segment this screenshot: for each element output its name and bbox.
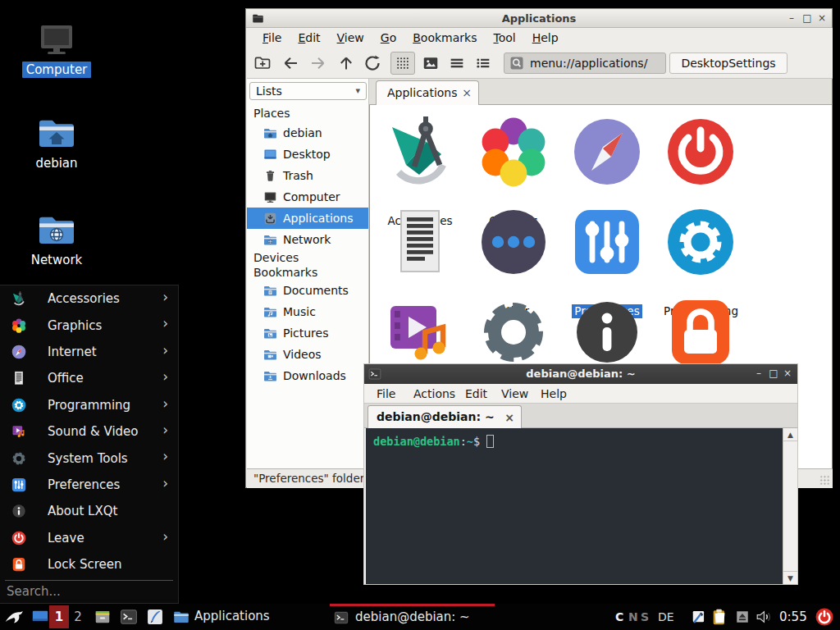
maximize-button[interactable]: □ xyxy=(800,9,815,28)
menu-help[interactable]: Help xyxy=(527,30,564,46)
keyboard-layout-button[interactable]: DE xyxy=(658,604,674,630)
menu-item-preferences[interactable]: Preferences › xyxy=(0,472,178,498)
window-titlebar[interactable]: debian@debian: ~ – □ × xyxy=(364,364,797,384)
menu-file[interactable]: File xyxy=(257,30,287,46)
desktop-icon-debian[interactable]: debian xyxy=(25,113,89,171)
compact-view-button[interactable] xyxy=(445,52,469,75)
sidebar-item-trash[interactable]: Trash xyxy=(247,165,368,186)
app-item-office[interactable]: Office xyxy=(381,199,459,285)
workspace-1-button[interactable]: 1 xyxy=(49,605,69,628)
menu-item-system-tools[interactable]: System Tools › xyxy=(0,445,178,471)
menu-item-office[interactable]: Office › xyxy=(0,365,178,391)
reload-button[interactable] xyxy=(363,53,382,73)
clock[interactable]: 0:55 xyxy=(779,604,807,630)
terminal-launcher[interactable] xyxy=(120,608,138,626)
sidebar-item-downloads[interactable]: Downloads xyxy=(247,365,368,386)
desktop-icon-network[interactable]: Network xyxy=(25,210,89,268)
desktopsettings-folder-button[interactable]: DesktopSettings xyxy=(669,52,788,74)
sidebar-item-network[interactable]: Network xyxy=(247,229,368,250)
address-bar[interactable]: menu://applications/ xyxy=(504,52,666,74)
thumbnail-view-button[interactable] xyxy=(418,52,443,75)
menu-view[interactable]: View xyxy=(331,30,370,46)
back-button[interactable] xyxy=(281,53,300,73)
terminal-screen[interactable]: debian@debian:~$ xyxy=(366,428,783,584)
workspace-2-button[interactable]: 2 xyxy=(69,605,87,628)
menu-item-internet[interactable]: Internet › xyxy=(0,339,178,365)
icon-view-button[interactable] xyxy=(390,52,415,75)
sidebar-item-desktop[interactable]: Desktop xyxy=(247,144,368,165)
close-button[interactable]: × xyxy=(780,364,795,384)
text-editor-launcher[interactable] xyxy=(146,608,164,626)
task-button-terminal[interactable]: debian@debian: ~ xyxy=(330,604,495,630)
scrollbar[interactable]: ▲ ▼ xyxy=(783,428,797,584)
task-button-applications[interactable]: Applications xyxy=(169,604,326,630)
menu-file[interactable]: File xyxy=(377,384,395,404)
sidebar-item-label: Music xyxy=(283,305,316,318)
window-titlebar[interactable]: Applications – □ × xyxy=(246,9,832,28)
menu-actions[interactable]: Actions xyxy=(413,384,455,404)
menu-item-leave[interactable]: Leave › xyxy=(0,525,178,551)
sidebar-item-pictures[interactable]: Pictures xyxy=(247,322,368,344)
app-item-accessories[interactable]: Accessories xyxy=(381,108,459,195)
menu-item-accessories[interactable]: Accessories › xyxy=(0,285,178,312)
menu-bookmarks[interactable]: Bookmarks xyxy=(407,30,482,46)
scroll-up-icon[interactable]: ▲ xyxy=(783,428,797,441)
app-menu-button[interactable] xyxy=(3,606,25,628)
sidebar-item-videos[interactable]: Videos xyxy=(247,344,368,365)
sidebar-item-applications[interactable]: Applications xyxy=(247,208,368,229)
scroll-down-icon[interactable]: ▼ xyxy=(783,571,797,584)
sidebar-item-music[interactable]: Music xyxy=(247,301,368,322)
up-button[interactable] xyxy=(336,53,356,73)
sidebar-item-documents[interactable]: Documents xyxy=(247,280,368,301)
app-item-internet[interactable]: Internet xyxy=(568,108,646,195)
menu-item-about-lxqt[interactable]: About LXQt xyxy=(0,498,178,524)
app-item-leave[interactable]: Leave xyxy=(661,108,740,195)
submenu-arrow-icon: › xyxy=(162,395,168,412)
app-item-preferences[interactable]: Preferences xyxy=(568,199,646,285)
menu-help[interactable]: Help xyxy=(541,384,567,404)
tab-close-icon[interactable]: × xyxy=(462,81,472,104)
trash-icon xyxy=(263,169,277,183)
file-manager-launcher[interactable] xyxy=(94,608,112,626)
menu-item-lock-screen[interactable]: Lock Screen xyxy=(0,551,178,578)
volume-tray-icon[interactable] xyxy=(755,608,773,626)
resize-grip[interactable] xyxy=(819,475,830,486)
menu-item-sound-video[interactable]: Sound & Video › xyxy=(0,418,178,445)
menu-go[interactable]: Go xyxy=(375,30,402,46)
menu-item-graphics[interactable]: Graphics › xyxy=(0,312,178,338)
forward-button[interactable] xyxy=(308,53,328,73)
detailed-view-button[interactable] xyxy=(471,52,495,75)
maximize-button[interactable]: □ xyxy=(766,364,781,384)
screenshot-tray-icon[interactable] xyxy=(690,609,706,625)
tab-close-icon[interactable]: × xyxy=(504,406,514,429)
clipboard-tray-icon[interactable] xyxy=(710,608,728,626)
minimize-button[interactable]: – xyxy=(751,364,766,384)
minimize-button[interactable]: – xyxy=(784,9,799,28)
tab-terminal[interactable]: debian@debian: ~ × xyxy=(368,405,522,428)
menu-item-programming[interactable]: Programming › xyxy=(0,392,178,418)
desktop-icon-computer[interactable]: Computer xyxy=(25,20,89,78)
menu-tool[interactable]: Tool xyxy=(487,30,521,46)
submenu-arrow-icon: › xyxy=(162,528,168,545)
menu-view[interactable]: View xyxy=(501,384,528,404)
submenu-arrow-icon: › xyxy=(162,368,168,385)
internet-icon xyxy=(11,344,27,360)
app-item-programming[interactable]: Programming xyxy=(661,199,740,285)
menu-edit[interactable]: Edit xyxy=(292,30,326,46)
sidebar-item-computer[interactable]: Computer xyxy=(247,186,368,208)
removable-media-tray-icon[interactable] xyxy=(735,609,750,624)
close-button[interactable]: × xyxy=(815,9,829,28)
menu-edit[interactable]: Edit xyxy=(465,384,487,404)
menu-search-input[interactable] xyxy=(7,584,171,599)
side-pane-mode-select[interactable]: Lists ▾ xyxy=(249,82,367,100)
app-item-graphics[interactable]: Graphics xyxy=(474,108,553,195)
sidebar-item-debian[interactable]: debian xyxy=(247,122,368,144)
show-desktop-button[interactable] xyxy=(31,608,49,626)
search-icon xyxy=(509,56,524,71)
new-tab-button[interactable] xyxy=(253,53,272,73)
preferences-icon xyxy=(568,199,646,285)
tab-applications[interactable]: Applications × xyxy=(376,80,479,105)
downloads-folder-icon xyxy=(263,369,277,383)
leave-button[interactable] xyxy=(815,607,834,627)
app-item-other[interactable]: Other xyxy=(474,199,553,285)
